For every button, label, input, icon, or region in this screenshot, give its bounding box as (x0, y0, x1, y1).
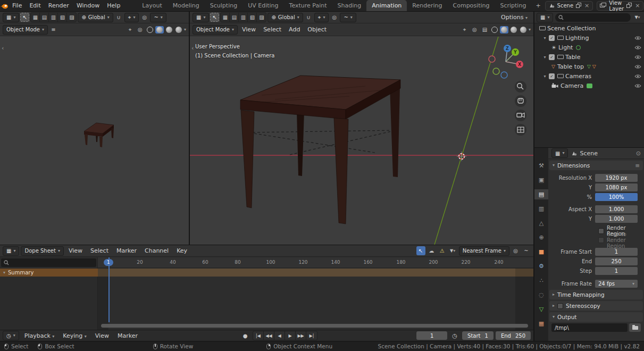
current-frame-field[interactable]: 1 (416, 331, 447, 340)
collection-checkbox[interactable]: ✓ (549, 54, 555, 60)
timeline-ruler[interactable]: 20 40 60 80 100 120 140 160 180 200 220 … (98, 257, 533, 268)
play-reverse-button[interactable]: ◀ (274, 331, 285, 340)
resolution-y-field[interactable]: 1080 px (595, 183, 638, 191)
tab-particles[interactable]: ∴ (534, 275, 548, 286)
shading-solid-button[interactable] (155, 26, 164, 34)
outliner-row-scene-collection[interactable]: Scene Collection (534, 23, 644, 33)
next-keyframe-button[interactable]: ▶▶ (296, 331, 306, 340)
output-path-field[interactable]: /tmp\ (551, 323, 628, 332)
axis-neg-y-ball[interactable] (493, 68, 499, 74)
material-data-icon[interactable]: ▽ (592, 64, 596, 69)
new-view-layer-button[interactable] (626, 3, 632, 9)
snap-toggle-button[interactable]: ∪ (304, 13, 313, 22)
marker-menu[interactable]: Marker (114, 332, 141, 339)
camera-data-icon[interactable] (587, 83, 592, 88)
mode-button-3[interactable]: ▥ (49, 13, 58, 22)
mode-button-4[interactable]: ▧ (58, 13, 67, 22)
presets-menu-icon[interactable]: ≡ (635, 162, 640, 169)
proportional-edit-button[interactable]: ◎ (330, 13, 339, 22)
light-data-icon[interactable] (576, 45, 581, 50)
editor-type-button[interactable]: ▦▾ (3, 13, 19, 22)
shading-rendered-button[interactable] (174, 26, 183, 34)
mode-button-1[interactable]: ▦ (221, 13, 230, 22)
outliner-row-cameras[interactable]: ▾ ✓ Cameras (534, 71, 644, 81)
current-frame-line[interactable] (108, 257, 110, 322)
show-overlays-button[interactable]: ◎ (470, 25, 479, 34)
auto-keying-button[interactable]: ● (240, 331, 250, 340)
hide-toggle[interactable] (634, 64, 641, 69)
tab-world[interactable]: ⊕ (534, 232, 548, 243)
hide-toggle[interactable] (634, 74, 641, 79)
jump-to-end-button[interactable]: ▶| (306, 331, 317, 340)
key-menu[interactable]: Key (173, 247, 190, 254)
show-gizmo-button[interactable]: ⌖ (460, 25, 469, 34)
menu-help[interactable]: Help (103, 0, 124, 12)
frame-step-field[interactable]: 1 (595, 267, 638, 275)
active-tool-button[interactable]: ↖ (20, 13, 29, 22)
scene-selector[interactable]: Scene × (545, 1, 593, 11)
aspect-y-field[interactable]: 1.000 (595, 215, 638, 223)
outliner-row-camera[interactable]: Camera (534, 81, 644, 90)
mode-button-2[interactable]: ▤ (40, 13, 49, 22)
hide-toggle[interactable] (634, 83, 641, 88)
collection-checkbox[interactable]: ✓ (549, 73, 555, 79)
tab-uv-editing[interactable]: UV Editing (242, 0, 283, 12)
render-region-checkbox[interactable] (598, 228, 604, 234)
tab-modifiers[interactable]: ⚙ (534, 261, 548, 271)
show-errors-button[interactable]: ⚠ (438, 246, 447, 255)
ortho-toggle-button[interactable] (515, 124, 526, 136)
mode-button-5[interactable]: ▨ (67, 13, 76, 22)
menu-render[interactable]: Render (45, 0, 73, 12)
editor-type-button[interactable]: ▦▾ (537, 13, 553, 22)
mode-button-2[interactable]: ▤ (230, 13, 239, 22)
add-menu[interactable]: Add (286, 26, 303, 33)
menu-file[interactable]: File (9, 0, 26, 12)
collection-checkbox[interactable]: ✓ (549, 35, 555, 41)
disclosure-triangle-icon[interactable]: ▾ (3, 271, 5, 275)
dope-sheet-mode-dropdown[interactable]: Dope Sheet▾ (21, 246, 63, 256)
frame-rate-dropdown[interactable]: 24 fps ▾ (595, 280, 638, 288)
prev-keyframe-button[interactable]: ◀◀ (264, 331, 274, 340)
show-gizmo-button[interactable]: ⌖ (126, 25, 135, 34)
tab-output[interactable]: ▤ (534, 189, 548, 199)
pin-icon[interactable]: ⊙ (636, 150, 641, 157)
transform-orientation-dropdown[interactable]: ⊕Global▾ (78, 13, 113, 22)
use-preview-range-button[interactable]: ◷ (449, 331, 460, 340)
tab-sculpting[interactable]: Sculpting (205, 0, 242, 12)
outliner-row-light[interactable]: ☀ Light (534, 43, 644, 52)
marker-menu[interactable]: Marker (113, 247, 140, 254)
filters-dropdown[interactable]: ▼▾ (448, 246, 457, 255)
stereoscopy-panel-header[interactable]: ▸ Stereoscopy (549, 301, 643, 311)
summary-channel[interactable]: ▾ Summary (0, 269, 98, 277)
frame-end-field[interactable]: 250 (595, 257, 638, 265)
chevron-down-icon[interactable]: ▾ (184, 28, 186, 32)
mode-button-3[interactable]: ▥ (239, 13, 248, 22)
tab-modeling[interactable]: Modeling (168, 0, 205, 12)
snap-toggle-button[interactable]: ∪ (114, 13, 123, 22)
mode-dropdown[interactable]: Object Mode▾ (3, 25, 48, 35)
hide-toggle[interactable] (634, 45, 641, 50)
tab-texture[interactable]: ▦ (534, 319, 548, 329)
tab-tool[interactable]: ⚒ (534, 161, 548, 171)
show-hidden-button[interactable]: ☁ (427, 246, 436, 255)
tab-object-data[interactable]: ▽ (534, 304, 548, 314)
filter-button[interactable]: ▼▾ (633, 13, 642, 22)
mesh-data-icon[interactable]: ▽ (587, 64, 591, 69)
crop-region-checkbox[interactable] (598, 237, 604, 243)
viewport-secondary-canvas[interactable] (0, 37, 189, 245)
view-menu[interactable]: View (92, 332, 112, 339)
chevron-down-icon[interactable]: ▾ (529, 28, 531, 32)
new-scene-button[interactable] (576, 3, 581, 9)
tab-shading[interactable]: Shading (332, 0, 367, 12)
zoom-button[interactable] (515, 81, 526, 93)
view-menu[interactable]: View (65, 247, 86, 254)
pan-button[interactable] (515, 95, 526, 107)
tab-object[interactable]: ■ (534, 247, 548, 257)
active-tool-button[interactable]: ↖ (210, 13, 219, 22)
editor-type-button[interactable]: ▦▾ (193, 13, 209, 22)
select-menu[interactable]: Select (260, 26, 285, 33)
outliner-search-input[interactable] (555, 13, 631, 22)
outliner-row-lighting[interactable]: ▾ ✓ Lighting (534, 33, 644, 43)
select-menu[interactable]: Select (87, 247, 112, 254)
xray-toggle-button[interactable]: ▤ (480, 25, 489, 34)
